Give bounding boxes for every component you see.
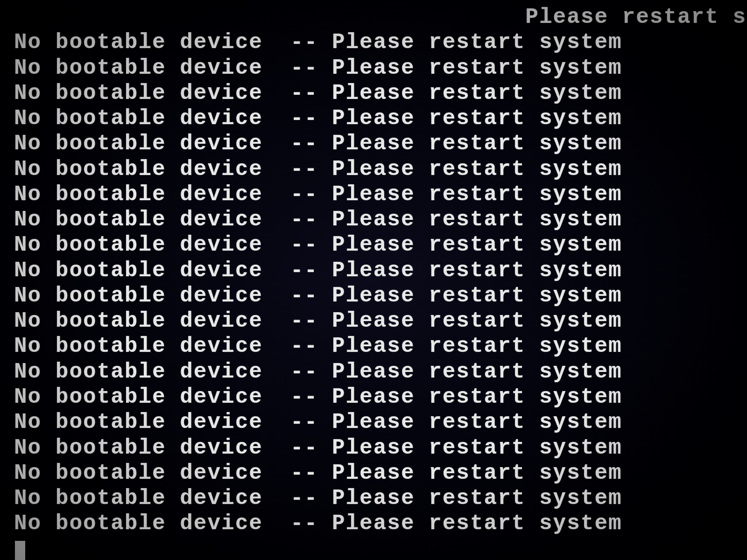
error-line: No bootable device -- Please restart sys…	[14, 30, 733, 55]
error-line: No bootable device -- Please restart sys…	[14, 207, 733, 232]
error-line: No bootable device -- Please restart sys…	[14, 131, 733, 156]
cursor-line	[14, 539, 733, 560]
error-line: No bootable device -- Please restart sys…	[14, 232, 733, 258]
error-line: No bootable device -- Please restart sys…	[14, 56, 733, 81]
error-line: No bootable device -- Please restart sys…	[14, 435, 733, 461]
error-line: No bootable device -- Please restart sys…	[14, 308, 733, 334]
error-line: No bootable device -- Please restart sys…	[14, 182, 733, 207]
error-line: No bootable device -- Please restart sys…	[14, 81, 733, 106]
error-line: No bootable device -- Please restart sys…	[14, 283, 733, 308]
partial-top-line: Please restart system	[14, 5, 733, 30]
error-line: No bootable device -- Please restart sys…	[14, 106, 733, 131]
error-line: No bootable device -- Please restart sys…	[14, 334, 733, 359]
error-line: No bootable device -- Please restart sys…	[14, 258, 733, 283]
error-line: No bootable device -- Please restart sys…	[14, 385, 733, 410]
error-line: No bootable device -- Please restart sys…	[14, 461, 733, 486]
bios-cursor	[15, 541, 25, 560]
bios-error-screen: Please restart system No bootable device…	[0, 0, 747, 560]
error-line: No bootable device -- Please restart sys…	[14, 486, 733, 511]
error-line: No bootable device -- Please restart sys…	[14, 157, 733, 182]
error-line: No bootable device -- Please restart sys…	[14, 359, 733, 385]
error-line: No bootable device -- Please restart sys…	[14, 511, 733, 536]
error-line: No bootable device -- Please restart sys…	[14, 410, 733, 435]
